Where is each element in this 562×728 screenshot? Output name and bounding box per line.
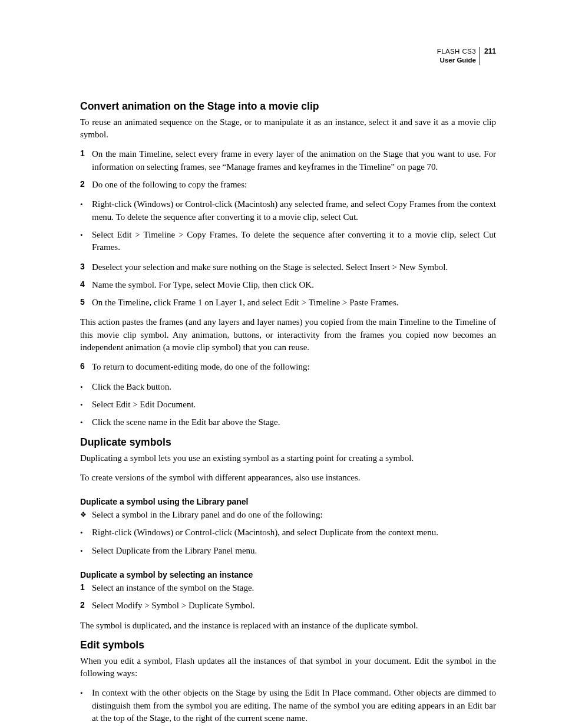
step-text: Do one of the following to copy the fram… [92,179,496,191]
body-text: To reuse an animated sequence on the Sta… [80,116,496,141]
step-number: 2 [80,179,90,191]
bullet-item: • Right-click (Windows) or Control-click… [80,198,496,223]
bullet-icon: • [80,398,90,411]
step-text: Name the symbol. For Type, select Movie … [92,279,496,291]
step-text: On the Timeline, click Frame 1 on Layer … [92,297,496,309]
bullet-icon: • [80,229,90,254]
section-heading-duplicate: Duplicate symbols [80,436,496,449]
bullet-icon: • [80,416,90,429]
subsection-heading: Duplicate a symbol by selecting an insta… [80,570,496,579]
body-text: The symbol is duplicated, and the instan… [80,620,496,632]
bullet-icon: • [80,526,90,539]
bullet-icon: • [80,381,90,393]
step-item: 5 On the Timeline, click Frame 1 on Laye… [80,297,496,309]
bullet-item: • Select Edit > Timeline > Copy Frames. … [80,229,496,254]
bullet-icon: • [80,198,90,223]
product-name: FLASH CS3 [437,47,476,56]
header-text: FLASH CS3 User Guide [437,47,480,65]
diamond-item: ❖ Select a symbol in the Library panel a… [80,509,496,521]
bullet-text: Right-click (Windows) or Control-click (… [92,198,496,223]
body-text: Duplicating a symbol lets you use an exi… [80,452,496,465]
bullet-item: • Select Edit > Edit Document. [80,398,496,411]
bullet-text: Select Edit > Edit Document. [92,398,496,411]
diamond-text: Select a symbol in the Library panel and… [92,509,323,521]
bullet-list: • Click the Back button. • Select Edit >… [80,381,496,429]
step-list: 3 Deselect your selection and make sure … [80,261,496,309]
bullet-item: • Click the Back button. [80,381,496,393]
step-number: 5 [80,297,90,309]
bullet-item: • Select Duplicate from the Library Pane… [80,545,496,557]
step-item: 6 To return to document-editing mode, do… [80,361,496,373]
step-item: 4 Name the symbol. For Type, select Movi… [80,279,496,291]
body-text: This action pastes the frames (and any l… [80,316,496,354]
bullet-icon: • [80,545,90,557]
header-divider [480,47,480,65]
step-text: On the main Timeline, select every frame… [92,148,496,173]
subsection-heading: Duplicate a symbol using the Library pan… [80,497,496,506]
body-text: When you edit a symbol, Flash updates al… [80,655,496,680]
step-number: 6 [80,361,90,373]
step-number: 3 [80,261,90,274]
bullet-text: Click the scene name in the Edit bar abo… [92,416,496,429]
bullet-item: • Click the scene name in the Edit bar a… [80,416,496,429]
step-text: To return to document-editing mode, do o… [92,361,496,373]
step-item: 3 Deselect your selection and make sure … [80,261,496,274]
section-heading-convert: Convert animation on the Stage into a mo… [80,100,496,113]
step-list: 6 To return to document-editing mode, do… [80,361,496,373]
section-heading-edit: Edit symbols [80,639,496,651]
bullet-icon: • [80,687,90,724]
step-text: Deselect your selection and make sure no… [92,261,496,274]
step-text: Select an instance of the symbol on the … [92,582,496,594]
bullet-text: Click the Back button. [92,381,496,393]
bullet-list: • Right-click (Windows) or Control-click… [80,198,496,253]
step-item: 2 Do one of the following to copy the fr… [80,179,496,191]
bullet-item: • In context with the other objects on t… [80,687,496,724]
step-text: Select Modify > Symbol > Duplicate Symbo… [92,599,496,612]
step-number: 4 [80,279,90,291]
step-number: 1 [80,148,90,173]
doc-type: User Guide [437,56,476,65]
step-item: 1 On the main Timeline, select every fra… [80,148,496,173]
bullet-list: • In context with the other objects on t… [80,687,496,724]
step-list: 1 Select an instance of the symbol on th… [80,582,496,612]
bullet-item: • Right-click (Windows) or Control-click… [80,526,496,539]
bullet-text: Right-click (Windows) or Control-click (… [92,526,496,539]
page-number: 211 [483,47,496,57]
step-item: 1 Select an instance of the symbol on th… [80,582,496,594]
diamond-icon: ❖ [80,509,90,521]
body-text: To create versions of the symbol with di… [80,472,496,484]
bullet-text: Select Duplicate from the Library Panel … [92,545,496,557]
page-header: FLASH CS3 User Guide 211 [80,47,496,65]
step-list: 1 On the main Timeline, select every fra… [80,148,496,191]
step-item: 2 Select Modify > Symbol > Duplicate Sym… [80,599,496,612]
step-number: 1 [80,582,90,594]
bullet-text: In context with the other objects on the… [92,687,496,724]
document-page: FLASH CS3 User Guide 211 Convert animati… [0,0,562,728]
step-number: 2 [80,599,90,612]
bullet-list: • Right-click (Windows) or Control-click… [80,526,496,557]
bullet-text: Select Edit > Timeline > Copy Frames. To… [92,229,496,254]
